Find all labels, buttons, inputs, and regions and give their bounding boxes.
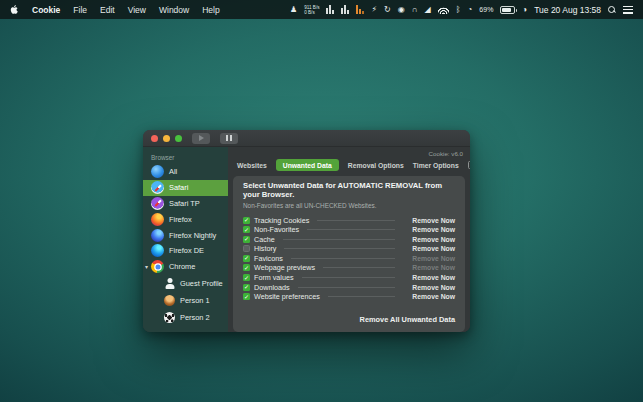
remove-now-button[interactable]: Remove Now [403,226,455,233]
pause-button[interactable] [220,133,238,144]
checkmark-icon: ✓ [244,265,249,271]
disclosure-triangle-icon[interactable]: ▾ [145,263,148,270]
unwanted-data-panel: Select Unwanted Data for AUTOMATIC REMOV… [233,176,465,332]
remove-now-button[interactable]: Remove Now [403,274,455,281]
play-button[interactable] [192,133,210,144]
checkbox[interactable]: ✓ [243,274,250,281]
sidebar-item-label: Guest Profile [180,279,223,288]
sidebar-item-firefox[interactable]: ▾ Firefox [143,211,228,227]
network-speed[interactable]: 911 B/s 0 B/s [304,5,319,15]
cellular-icon[interactable]: ◢ [425,6,431,14]
checkbox[interactable]: ✓ [243,236,250,243]
remove-now-button[interactable]: Remove Now [403,284,455,291]
sync-icon[interactable]: ↻ [384,6,391,14]
menu-clock[interactable]: Tue 20 Aug 13:58 [534,5,601,15]
moon-icon[interactable]: ◑ [522,6,527,14]
checkmark-icon: ✓ [244,227,249,233]
checkbox[interactable]: ✓ [243,226,250,233]
sidebar-toggle-icon[interactable] [468,161,470,169]
cpu-meter-icon[interactable] [326,5,334,14]
firefox-icon [151,213,164,226]
safari-tp-icon [151,197,164,210]
disk-meter-icon[interactable] [341,5,349,14]
person2-icon [164,312,175,323]
menu-window[interactable]: Window [159,5,189,15]
wifi-icon[interactable] [438,6,449,14]
bluetooth-icon[interactable]: ᛒ [456,6,461,14]
sidebar-item-firefox-de[interactable]: ▾ Firefox DE [143,243,228,259]
unwanted-data-row: ✓ Tracking Cookies Remove Now [243,217,455,224]
tab-unwanted-data[interactable]: Unwanted Data [276,159,339,171]
headphones-icon[interactable]: ∩ [412,6,418,14]
safari-icon [151,181,164,194]
remove-now-button[interactable]: Remove Now [403,236,455,243]
tab-websites[interactable]: Websites [237,159,267,171]
checkbox[interactable]: ✓ [243,264,250,271]
menu-help[interactable]: Help [202,5,219,15]
menu-edit[interactable]: Edit [100,5,115,15]
battery-icon[interactable] [500,6,515,14]
remove-now-button[interactable]: Remove Now [403,293,455,300]
globe-icon [151,165,164,178]
menu-view[interactable]: View [128,5,146,15]
row-label: Tracking Cookies [254,216,309,225]
tab-removal-options[interactable]: Removal Options [348,159,404,171]
panel-subtitle: Non-Favorites are all UN-CHECKED Website… [243,202,455,209]
firefox-de-icon [151,244,164,257]
unwanted-data-row: ✓ History Remove Now [243,245,455,252]
tab-bar: WebsitesUnwanted DataRemoval OptionsTime… [228,157,470,174]
guest-icon [164,278,175,289]
desktop: Cookie FileEditViewWindowHelp ♟ 911 B/s … [0,0,643,402]
checkbox[interactable]: ✓ [243,245,250,252]
version-label: Cookie: v6.0 [228,147,470,157]
checkmark-icon: ✓ [244,294,249,300]
sidebar-item-label: Person 2 [180,313,210,322]
sidebar-item-person-1[interactable]: ▾ Person 1 [143,292,228,309]
apple-icon[interactable] [10,4,19,15]
remove-now-button[interactable]: Remove Now [403,217,455,224]
remove-now-button[interactable]: Remove Now [403,255,455,262]
checkbox[interactable]: ✓ [243,284,250,291]
battery-percent: 69% [479,6,493,13]
sidebar-item-label: Firefox [169,215,192,224]
chrome-icon [151,260,164,273]
record-icon[interactable]: ◉ [398,6,405,14]
clock-icon[interactable]: ◔ [468,6,473,14]
sidebar-item-chrome[interactable]: ▾ Chrome [143,259,228,275]
remove-all-button[interactable]: Remove All Unwanted Data [360,315,455,324]
tab-timer-options[interactable]: Timer Options [413,159,459,171]
search-icon[interactable] [608,6,616,14]
row-label: Favicons [254,254,283,263]
person1-icon [164,295,175,306]
row-label: Non-Favorites [254,225,299,234]
menu-list-icon[interactable] [623,6,633,14]
sidebar-item-safari-tp[interactable]: ▾ Safari TP [143,196,228,212]
row-label: Cache [254,235,275,244]
unwanted-data-row: ✓ Website preferences Remove Now [243,293,455,300]
remove-now-button[interactable]: Remove Now [403,264,455,271]
row-label: Webpage previews [254,263,315,272]
checkbox[interactable]: ✓ [243,217,250,224]
sidebar-item-all[interactable]: ▾ All [143,164,228,180]
menu-bar: Cookie FileEditViewWindowHelp ♟ 911 B/s … [0,0,643,19]
power-icon[interactable]: ⚡ [371,6,377,14]
sidebar-item-guest-profile[interactable]: ▾ Guest Profile [143,275,228,292]
title-bar[interactable] [143,130,470,147]
zoom-button[interactable] [175,135,182,142]
close-button[interactable] [151,135,158,142]
cookie-app-window: Browser ▾ All ▾ Safari ▾ Safari TP ▾ Fir… [143,130,470,332]
sidebar-item-safari[interactable]: ▾ Safari [143,180,228,196]
menu-file[interactable]: File [73,5,87,15]
menu-app-name[interactable]: Cookie [32,5,60,15]
checkbox[interactable]: ✓ [243,293,250,300]
sidebar-item-firefox-nightly[interactable]: ▾ Firefox Nightly [143,227,228,243]
user-icon[interactable]: ♟ [290,6,297,14]
sidebar-item-person-2[interactable]: ▾ Person 2 [143,309,228,326]
memory-meter-icon[interactable] [356,5,364,14]
leader-line [291,258,395,259]
panel-title: Select Unwanted Data for AUTOMATIC REMOV… [243,181,455,199]
remove-now-button[interactable]: Remove Now [403,245,455,252]
minimize-button[interactable] [163,135,170,142]
row-label: Website preferences [254,292,320,301]
checkbox[interactable]: ✓ [243,255,250,262]
